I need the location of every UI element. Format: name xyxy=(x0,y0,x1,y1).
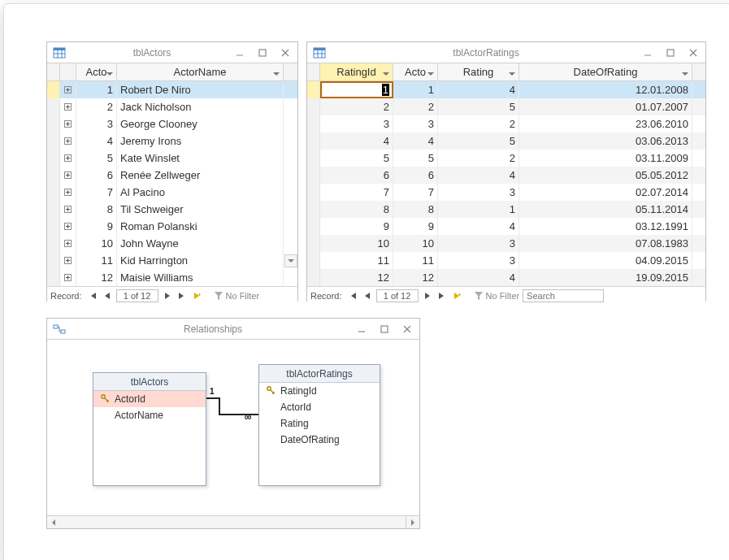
cell-dateofrating[interactable]: 12.01.2008 xyxy=(519,81,692,98)
column-header-rating[interactable]: Rating xyxy=(438,63,519,80)
titlebar-relationships[interactable]: Relationships xyxy=(47,319,419,340)
table-row[interactable]: 1010307.08.1983 xyxy=(307,235,705,252)
cell-actorid[interactable]: 8 xyxy=(76,201,117,218)
expand-button[interactable] xyxy=(60,184,76,201)
expand-button[interactable] xyxy=(60,98,76,115)
scroll-right-button[interactable] xyxy=(406,516,419,528)
table-row[interactable]: 5Kate Winslet xyxy=(47,150,297,167)
maximize-button[interactable] xyxy=(663,46,678,60)
cell-dateofrating[interactable]: 03.12.1991 xyxy=(519,218,692,235)
cell-dateofrating[interactable]: 05.05.2012 xyxy=(519,167,692,184)
cell-rating[interactable]: 3 xyxy=(438,235,519,252)
cell-actorid[interactable]: 3 xyxy=(393,115,438,132)
scroll-down-button[interactable] xyxy=(284,254,297,267)
cell-actorid[interactable]: 12 xyxy=(76,269,117,286)
cell-actorid[interactable]: 12 xyxy=(393,269,438,286)
cell-actorid[interactable]: 9 xyxy=(393,218,438,235)
column-header-ratingid[interactable]: RatingId xyxy=(320,63,393,80)
cell-actorid[interactable]: 2 xyxy=(76,98,117,115)
cell-dateofrating[interactable]: 02.07.2014 xyxy=(519,184,692,201)
cell-actorname[interactable]: Roman Polanski xyxy=(117,218,284,235)
cell-actorid[interactable]: 1 xyxy=(393,81,438,98)
cell-rating[interactable]: 4 xyxy=(438,167,519,184)
cell-rating[interactable]: 5 xyxy=(438,98,519,115)
chevron-down-icon[interactable] xyxy=(509,67,515,80)
table-row[interactable]: 11Kid Harrington xyxy=(47,252,297,269)
chevron-down-icon[interactable] xyxy=(682,67,688,80)
column-header-actorid[interactable]: Acto xyxy=(393,63,438,80)
close-button[interactable] xyxy=(686,46,701,60)
cell-actorname[interactable]: Robert De Niro xyxy=(117,81,284,98)
nav-new-button[interactable] xyxy=(191,290,202,302)
expand-button[interactable] xyxy=(60,235,76,252)
table-row[interactable]: 7Al Pacino xyxy=(47,184,297,201)
table-row[interactable]: 3George Clooney xyxy=(47,115,297,132)
cell-ratingid[interactable]: 12 xyxy=(320,269,393,286)
maximize-button[interactable] xyxy=(377,322,392,336)
cell-actorname[interactable]: Kate Winslet xyxy=(117,150,284,167)
table-row[interactable]: 1111304.09.2015 xyxy=(307,252,705,269)
cell-actorid[interactable]: 4 xyxy=(393,132,438,150)
table-row[interactable]: 10John Wayne xyxy=(47,235,297,252)
cell-actorid[interactable]: 10 xyxy=(393,235,438,252)
table-row[interactable]: 55203.11.2009 xyxy=(307,150,705,167)
nav-next-button[interactable] xyxy=(162,290,173,302)
maximize-button[interactable] xyxy=(255,46,270,60)
table-row[interactable]: 88105.11.2014 xyxy=(307,201,705,218)
cell-ratingid[interactable]: 3 xyxy=(320,115,393,132)
cell-ratingid[interactable]: 10 xyxy=(320,235,393,252)
cell-actorid[interactable]: 5 xyxy=(76,150,117,167)
expand-button[interactable] xyxy=(60,150,76,167)
table-row[interactable]: 8Til Schweiger xyxy=(47,201,297,218)
cell-actorname[interactable]: Til Schweiger xyxy=(117,201,284,218)
nav-next-button[interactable] xyxy=(422,290,433,302)
nav-last-button[interactable] xyxy=(436,290,448,302)
expand-button[interactable] xyxy=(60,115,76,132)
filter-indicator[interactable]: No Filter xyxy=(474,291,520,301)
minimize-button[interactable] xyxy=(232,46,247,60)
table-row[interactable]: 4Jeremy Irons xyxy=(47,132,297,150)
table-row[interactable]: 66405.05.2012 xyxy=(307,167,705,184)
expand-button[interactable] xyxy=(60,252,76,269)
cell-actorname[interactable]: Jack Nicholson xyxy=(117,98,284,115)
cell-dateofrating[interactable]: 03.06.2013 xyxy=(519,132,692,150)
expand-button[interactable] xyxy=(60,218,76,235)
relationship-line[interactable] xyxy=(47,340,421,519)
expand-button[interactable] xyxy=(60,167,76,184)
table-row[interactable]: 99403.12.1991 xyxy=(307,218,705,235)
cell-actorname[interactable]: Maisie Williams xyxy=(117,269,284,286)
search-input[interactable] xyxy=(523,289,604,302)
cell-ratingid[interactable]: 9 xyxy=(320,218,393,235)
cell-dateofrating[interactable]: 05.11.2014 xyxy=(519,201,692,218)
cell-actorid[interactable]: 2 xyxy=(393,98,438,115)
relationships-canvas[interactable]: tblActors ActorId ActorName tblActorRati… xyxy=(47,340,419,515)
table-row[interactable]: 6Renée Zellweger xyxy=(47,167,297,184)
cell-dateofrating[interactable]: 07.08.1983 xyxy=(519,235,692,252)
cell-dateofrating[interactable]: 04.09.2015 xyxy=(519,252,692,269)
table-row[interactable]: 2Jack Nicholson xyxy=(47,98,297,115)
nav-prev-button[interactable] xyxy=(102,290,113,302)
column-header-actorname[interactable]: ActorName xyxy=(117,63,284,80)
table-row[interactable]: 1212419.09.2015 xyxy=(307,269,705,286)
minimize-button[interactable] xyxy=(640,46,655,60)
cell-ratingid[interactable]: 4 xyxy=(320,132,393,150)
cell-rating[interactable]: 3 xyxy=(438,184,519,201)
minimize-button[interactable] xyxy=(354,322,369,336)
cell-actorid[interactable]: 11 xyxy=(76,252,117,269)
cell-rating[interactable]: 2 xyxy=(438,150,519,167)
cell-actorname[interactable]: John Wayne xyxy=(117,235,284,252)
filter-indicator[interactable]: No Filter xyxy=(214,291,260,301)
cell-actorid[interactable]: 6 xyxy=(76,167,117,184)
record-position[interactable]: 1 of 12 xyxy=(376,289,419,302)
nav-new-button[interactable] xyxy=(451,290,462,302)
cell-rating[interactable]: 2 xyxy=(438,115,519,132)
nav-prev-button[interactable] xyxy=(362,290,373,302)
chevron-down-icon[interactable] xyxy=(383,67,389,80)
cell-actorname[interactable]: Renée Zellweger xyxy=(117,167,284,184)
chevron-down-icon[interactable] xyxy=(106,67,113,80)
cell-rating[interactable]: 4 xyxy=(438,218,519,235)
chevron-down-icon[interactable] xyxy=(273,67,280,80)
close-button[interactable] xyxy=(400,322,414,336)
scroll-left-button[interactable] xyxy=(47,516,60,528)
cell-dateofrating[interactable]: 01.07.2007 xyxy=(519,98,692,115)
